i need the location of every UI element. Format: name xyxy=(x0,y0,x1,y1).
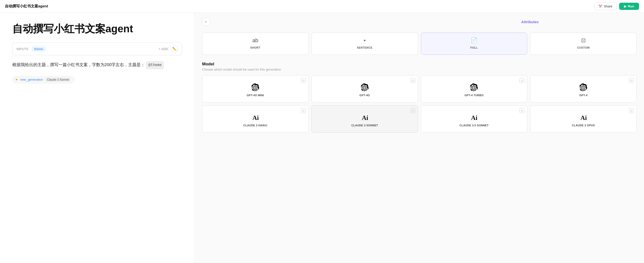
inputs-label: INPUTS xyxy=(16,47,28,51)
model-card-claude3-sonnet[interactable]: ⊡ Ai CLAUDE 3 SONNET xyxy=(312,105,418,132)
sentence-format-icon: • xyxy=(364,37,366,44)
openai-icon xyxy=(361,83,369,91)
model-label-claude3-haiku: CLAUDE 3 HAIKU xyxy=(243,124,267,127)
format-options-grid: ab SHORT • SENTENCE 📄 FULL ⊡ CUSTOM xyxy=(202,33,636,55)
image-placeholder-icon: ⊡ xyxy=(520,78,524,83)
image-placeholder-icon: ⊡ xyxy=(629,78,634,83)
edit-icon: ✏️ xyxy=(172,47,176,51)
format-card-full[interactable]: 📄 FULL xyxy=(421,33,528,55)
model-section-desc: Choose which model should be used for th… xyxy=(202,68,636,71)
model-label-claude35-sonnet: CLAUDE 3.5 SONNET xyxy=(460,124,488,127)
model-label-gpt4o-mini: GPT-4O MINI xyxy=(247,94,264,97)
model-card-gpt4[interactable]: ⊡ GPT-4 xyxy=(530,75,636,102)
format-label-short: SHORT xyxy=(250,46,260,49)
attributes-title: Attributes xyxy=(424,20,637,24)
right-panel: » Attributes ab SHORT • SENTENCE 📄 FULL … xyxy=(195,13,644,263)
generation-name[interactable]: new_generation xyxy=(20,78,43,81)
model-label-claude3-opus: CLAUDE 3 OPUS xyxy=(572,124,595,127)
model-label-gpt4o: GPT-4O xyxy=(360,94,370,97)
model-card-gpt4-turbo[interactable]: ⊡ GPT-4 TURBO xyxy=(421,75,528,102)
page-title: 自动撰写小红书文案agent xyxy=(12,23,182,35)
model-label-gpt4-turbo: GPT-4 TURBO xyxy=(464,94,484,97)
svg-text:Ai: Ai xyxy=(471,114,478,121)
main-layout: 自动撰写小红书文案agent INPUTS theme + ADD ✏️ 根据我… xyxy=(0,13,644,263)
openai-icon xyxy=(252,83,259,91)
model-section-header: Model Choose which model should be used … xyxy=(202,62,636,71)
add-input-button[interactable]: + ADD xyxy=(159,47,168,51)
svg-text:Ai: Ai xyxy=(362,114,368,121)
anthropic-icon: Ai xyxy=(361,114,369,121)
format-card-custom[interactable]: ⊡ CUSTOM xyxy=(530,33,636,55)
theme-tag[interactable]: theme xyxy=(32,46,46,52)
generation-model: Claude 3 Sonnet xyxy=(45,78,71,82)
model-label-claude3-sonnet: CLAUDE 3 SONNET xyxy=(351,124,378,127)
theme-mention: @theme xyxy=(146,61,164,69)
play-icon: ▶ xyxy=(624,5,626,8)
short-format-icon: ab xyxy=(252,37,258,44)
svg-text:Ai: Ai xyxy=(252,114,259,121)
model-section-title: Model xyxy=(202,62,636,67)
model-label-gpt4: GPT-4 xyxy=(579,94,587,97)
left-panel: 自动撰写小红书文案agent INPUTS theme + ADD ✏️ 根据我… xyxy=(0,13,195,263)
header-title: 自动撰写小红书文案agent xyxy=(5,4,48,9)
share-button[interactable]: ✂️ Share xyxy=(594,3,617,10)
anthropic-icon: Ai xyxy=(470,114,478,121)
model-grid-row2: ⊡ Ai CLAUDE 3 HAIKU ⊡ Ai CLAUDE 3 SONNET xyxy=(202,105,636,132)
format-label-full: FULL xyxy=(470,46,478,49)
image-placeholder-icon: ⊡ xyxy=(629,108,634,113)
edit-icon-button[interactable]: ✏️ xyxy=(170,45,178,53)
share-icon: ✂️ xyxy=(598,5,602,8)
model-card-claude35-sonnet[interactable]: ⊡ Ai CLAUDE 3.5 SONNET xyxy=(421,105,528,132)
image-placeholder-icon: ⊡ xyxy=(301,78,306,83)
format-card-sentence[interactable]: • SENTENCE xyxy=(312,33,418,55)
header-actions: ✂️ Share ▶ Run xyxy=(594,3,639,10)
svg-text:Ai: Ai xyxy=(580,114,587,121)
model-card-claude3-haiku[interactable]: ⊡ Ai CLAUDE 3 HAIKU xyxy=(202,105,308,132)
run-button[interactable]: ▶ Run xyxy=(619,3,639,10)
image-placeholder-icon: ⊡ xyxy=(410,108,415,113)
model-grid-row1: ⊡ GPT-4O MINI ⊡ GPT-4O ⊡ GPT-4 TURBO xyxy=(202,75,636,102)
expand-button[interactable]: » xyxy=(202,18,210,26)
format-card-short[interactable]: ab SHORT xyxy=(202,33,308,55)
anthropic-icon: Ai xyxy=(580,114,587,121)
anthropic-icon: Ai xyxy=(252,114,259,121)
openai-icon xyxy=(470,83,478,91)
image-placeholder-icon: ⊡ xyxy=(520,108,524,113)
image-placeholder-icon: ⊡ xyxy=(301,108,306,113)
header: 自动撰写小红书文案agent ✂️ Share ▶ Run xyxy=(0,0,644,13)
full-format-icon: 📄 xyxy=(471,37,478,44)
format-label-custom: CUSTOM xyxy=(577,46,590,49)
format-label-sentence: SENTENCE xyxy=(357,46,373,49)
model-card-gpt4o-mini[interactable]: ⊡ GPT-4O MINI xyxy=(202,75,308,102)
chevron-right-icon: » xyxy=(205,20,207,24)
model-card-claude3-opus[interactable]: ⊡ Ai CLAUDE 3 OPUS xyxy=(530,105,636,132)
generation-badge: ✦ new_generation Claude 3 Sonnet xyxy=(12,76,75,83)
star-icon: ✦ xyxy=(15,78,18,82)
custom-format-icon: ⊡ xyxy=(581,37,586,44)
prompt-text: 根据我给出的主题，撰写一篇小红书文案，字数为200字左右，主题是： @theme xyxy=(12,61,182,69)
openai-icon xyxy=(580,83,587,91)
inputs-bar: INPUTS theme + ADD ✏️ xyxy=(12,43,182,55)
image-placeholder-icon: ⊡ xyxy=(410,78,415,83)
model-card-gpt4o[interactable]: ⊡ GPT-4O xyxy=(312,75,418,102)
